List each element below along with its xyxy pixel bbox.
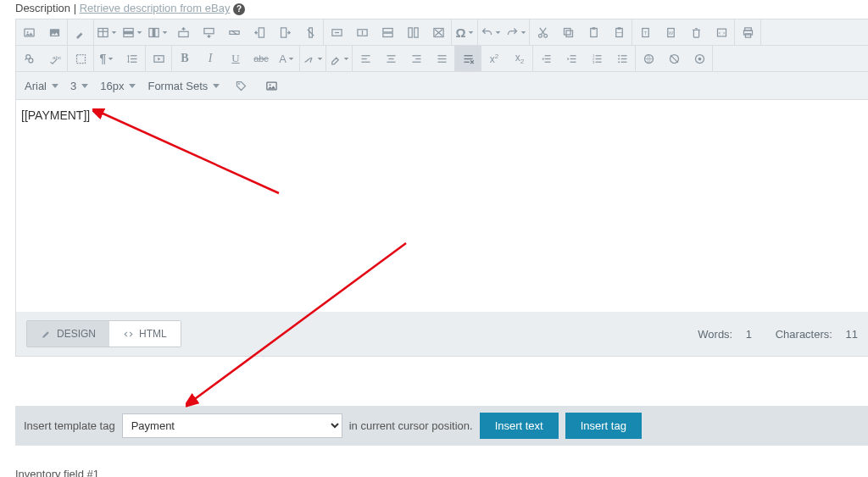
remove-format-icon[interactable] (455, 46, 481, 71)
insert-row-below-icon[interactable] (196, 19, 221, 45)
svg-rect-21 (382, 33, 392, 36)
svg-point-86 (618, 61, 620, 63)
description-header: Description | Retrieve description from … (0, 0, 868, 19)
editor-content[interactable]: [[PAYMENT]] (16, 100, 868, 312)
select-all-icon[interactable] (68, 46, 93, 71)
toolbar-row-2: abc ¶ B I U abc A (16, 46, 868, 72)
paste-special-icon[interactable] (606, 19, 632, 45)
inventory-field-label: Inventory field #1 (15, 463, 868, 477)
paste-word-icon[interactable]: W (658, 19, 683, 45)
svg-rect-34 (592, 27, 595, 30)
superscript-icon[interactable]: x2 (481, 46, 507, 71)
marker-icon[interactable] (326, 46, 352, 71)
svg-point-47 (28, 58, 32, 62)
svg-point-97 (269, 84, 270, 86)
format-sets-select[interactable]: Format Sets (147, 80, 220, 92)
help-icon[interactable]: ? (233, 3, 245, 15)
find-icon[interactable] (16, 46, 42, 71)
pencil-icon (41, 329, 52, 340)
insert-tag-button[interactable]: Insert tag (565, 413, 642, 439)
tab-design[interactable]: DESIGN (27, 321, 109, 347)
view-tabs: DESIGN HTML (26, 320, 181, 347)
insert-row-above-icon[interactable] (170, 19, 196, 45)
anchor-link-icon[interactable] (687, 46, 712, 71)
svg-rect-32 (564, 28, 570, 35)
font-family-select[interactable]: Arial (25, 80, 58, 92)
font-size-px-select[interactable]: 16px (100, 80, 136, 92)
merge-down-icon[interactable] (349, 19, 375, 45)
col-dropdown-icon[interactable] (145, 19, 170, 45)
svg-line-48 (25, 58, 26, 59)
svg-point-84 (618, 54, 620, 56)
image-manager-icon[interactable] (42, 19, 67, 45)
clear-icon[interactable] (683, 19, 709, 45)
paste-text-icon[interactable]: T (632, 19, 658, 45)
align-center-icon[interactable] (378, 46, 403, 71)
svg-text:abc: abc (53, 53, 61, 59)
paragraph-icon[interactable]: ¶ (94, 46, 120, 71)
align-left-icon[interactable] (353, 46, 378, 71)
link-icon[interactable] (636, 46, 661, 71)
paste-icon[interactable] (581, 19, 606, 45)
tab-html[interactable]: HTML (109, 321, 181, 347)
insert-text-button[interactable]: Insert text (480, 413, 559, 439)
insert-image-icon[interactable] (16, 19, 42, 45)
align-justify-icon[interactable] (429, 46, 454, 71)
toolbar-row-1: Ω T W (16, 19, 868, 46)
svg-rect-42 (717, 29, 726, 36)
svg-point-95 (238, 83, 240, 85)
align-right-icon[interactable] (403, 46, 429, 71)
ordered-list-icon[interactable]: 123 (584, 46, 609, 71)
indent-icon[interactable] (559, 46, 584, 71)
table-dropdown-icon[interactable] (94, 19, 120, 45)
paint-icon[interactable] (68, 19, 93, 45)
split-horizontal-icon[interactable] (375, 19, 400, 45)
split-vertical-icon[interactable] (400, 19, 426, 45)
insert-template-bar: Insert template tag Payment in current c… (15, 406, 868, 446)
print-icon[interactable] (735, 19, 760, 45)
annotation-arrow-1 (92, 108, 296, 312)
svg-text:W: W (668, 31, 673, 36)
editor-stats: Words: 1 Characters: 11 (677, 328, 858, 341)
delete-row-icon[interactable] (221, 19, 247, 45)
svg-rect-10 (178, 31, 187, 36)
insert-col-right-icon[interactable] (272, 19, 298, 45)
video-icon[interactable] (146, 46, 171, 71)
description-label: Description (15, 2, 70, 14)
template-tag-select[interactable]: Payment (122, 413, 342, 438)
line-height-icon[interactable] (120, 46, 145, 71)
subscript-icon[interactable]: x2 (507, 46, 532, 71)
italic-icon[interactable]: I (198, 46, 223, 71)
svg-rect-33 (590, 28, 597, 36)
font-color-icon[interactable]: A (274, 46, 299, 71)
outdent-icon[interactable] (533, 46, 559, 71)
spellcheck-icon[interactable]: abc (42, 46, 67, 71)
copy-icon[interactable] (555, 19, 581, 45)
tag-icon[interactable] (231, 76, 250, 95)
svg-point-27 (538, 34, 542, 37)
delete-col-icon[interactable] (298, 19, 323, 45)
svg-line-98 (99, 112, 279, 193)
undo-icon[interactable] (478, 19, 504, 45)
row-dropdown-icon[interactable] (120, 19, 145, 45)
svg-rect-7 (124, 31, 133, 34)
redo-icon[interactable] (504, 19, 529, 45)
font-size-num-select[interactable]: 3 (70, 80, 88, 92)
underline-icon[interactable]: U (223, 46, 248, 71)
bold-icon[interactable]: B (172, 46, 198, 71)
svg-rect-23 (414, 27, 417, 36)
unlink-icon[interactable] (661, 46, 687, 71)
svg-rect-9 (153, 28, 156, 36)
delete-table-icon[interactable] (426, 19, 451, 45)
retrieve-link[interactable]: Retrieve description from eBay (80, 2, 231, 14)
unordered-list-icon[interactable] (609, 46, 635, 71)
special-char-icon[interactable]: Ω (452, 19, 477, 45)
insert-col-left-icon[interactable] (247, 19, 272, 45)
merge-cells-icon[interactable] (324, 19, 349, 45)
strikethrough-icon[interactable]: abc (248, 46, 274, 71)
source-icon[interactable] (709, 19, 734, 45)
cut-icon[interactable] (530, 19, 555, 45)
highlight-icon[interactable] (300, 46, 326, 71)
insert-photo-icon[interactable] (262, 76, 281, 95)
svg-rect-20 (382, 28, 392, 31)
